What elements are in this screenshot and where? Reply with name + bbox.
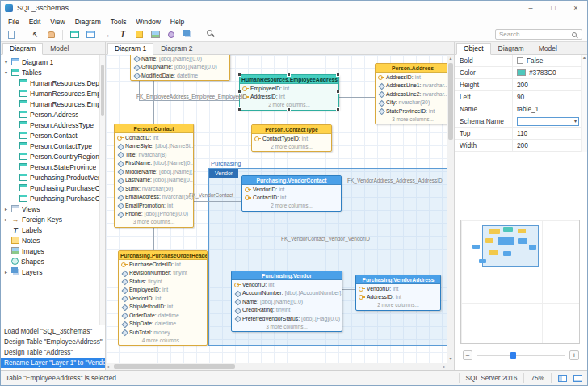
expander-icon[interactable]: ▸ bbox=[3, 206, 9, 212]
menu-file[interactable]: File bbox=[3, 17, 24, 27]
new-model-icon[interactable] bbox=[4, 28, 19, 40]
history-item[interactable]: Rename Layer "Layer 1" to "Vendor" bbox=[1, 358, 105, 368]
property-value[interactable]: table_1 bbox=[513, 103, 587, 115]
expander-icon[interactable]: ▾ bbox=[3, 69, 9, 75]
tree-item-person-stateprovince[interactable]: Person.StateProvince bbox=[1, 162, 105, 172]
tree-item-purchasing-purchaseor[interactable]: Purchasing.PurchaseOr... bbox=[1, 193, 105, 203]
entity-purchasing-purchaseorderheader[interactable]: Purchasing.PurchaseOrderHeaderPurchaseOr… bbox=[118, 250, 208, 346]
property-value[interactable]: 90 bbox=[513, 91, 587, 103]
property-value[interactable]: 200 bbox=[513, 79, 587, 90]
zoom-tool-icon[interactable] bbox=[204, 28, 218, 40]
tree-item-person-contact[interactable]: Person.Contact bbox=[1, 130, 105, 141]
zoom-level-label[interactable]: 75% bbox=[531, 374, 544, 382]
tab-diagram[interactable]: Diagram bbox=[491, 43, 531, 55]
vertical-scroll-thumb[interactable] bbox=[448, 63, 453, 140]
scroll-up-icon[interactable]: ▴ bbox=[447, 55, 454, 62]
fk-label[interactable]: FK_VendorContact_Vendor_VendorID bbox=[281, 236, 370, 241]
entity-purchasing-vendor[interactable]: Purchasing.VendorVendorID:intAccountNumb… bbox=[231, 271, 342, 332]
scroll-down-icon[interactable]: ▾ bbox=[447, 355, 454, 363]
tab-diagram-1[interactable]: Diagram 1 bbox=[107, 43, 153, 55]
horizontal-scroll-thumb[interactable] bbox=[114, 364, 235, 369]
tree-item-images[interactable]: Images bbox=[1, 245, 105, 256]
selection-handle[interactable] bbox=[287, 73, 291, 77]
tab-model[interactable]: Model bbox=[43, 43, 76, 55]
new-layer-icon[interactable] bbox=[180, 28, 195, 40]
tree-item-layers[interactable]: ▸Layers bbox=[1, 266, 105, 277]
tree-item-shapes[interactable]: Shapes bbox=[1, 256, 105, 266]
tab-object[interactable]: Object bbox=[456, 43, 491, 55]
vertical-scrollbar[interactable]: ▴ ▾ bbox=[447, 55, 454, 363]
tree-item-diagram-1[interactable]: ▾Diagram 1 bbox=[1, 57, 105, 67]
tree-item-purchasing-productven[interactable]: Purchasing.ProductVen... bbox=[1, 172, 105, 183]
horizontal-scrollbar[interactable]: ◂ ▸ bbox=[106, 363, 447, 370]
panel-left-toggle-icon[interactable] bbox=[558, 375, 567, 382]
zoom-slider[interactable] bbox=[477, 355, 565, 356]
tab-diagram-2[interactable]: Diagram 2 bbox=[153, 43, 200, 55]
tree-item-purchasing-purchaseor[interactable]: Purchasing.PurchaseOr... bbox=[1, 183, 105, 193]
tree-item-person-contacttype[interactable]: Person.ContactType bbox=[1, 141, 105, 151]
expander-icon[interactable]: ▸ bbox=[3, 216, 9, 222]
tree-item-notes[interactable]: Notes bbox=[1, 235, 105, 245]
fk-label[interactable]: FK_EmployeeAddress_Employee_EmployeeID bbox=[136, 94, 246, 99]
new-view-icon[interactable] bbox=[83, 28, 98, 40]
selection-handle[interactable] bbox=[237, 107, 242, 111]
properties-scrollbar[interactable]: ▲ bbox=[581, 55, 587, 152]
selection-handle[interactable] bbox=[287, 107, 291, 111]
entity-purchasing-vendoraddress[interactable]: Purchasing.VendorAddressVendorID:intAddr… bbox=[355, 275, 441, 311]
canvas[interactable]: PurchasingVendorName:[dbo].[Name](0,0)Gr… bbox=[106, 55, 447, 363]
close-button[interactable]: × bbox=[565, 1, 587, 15]
tree-item-views[interactable]: ▸Views bbox=[1, 203, 105, 214]
new-label-icon[interactable] bbox=[116, 28, 130, 40]
new-table-icon[interactable] bbox=[67, 28, 82, 40]
property-value[interactable]: False bbox=[513, 55, 587, 66]
entity-person-address[interactable]: Person.AddressAddressID:intAddressLine1:… bbox=[375, 63, 447, 124]
tree-item-humanresources-depar[interactable]: HumanResources.Depar... bbox=[1, 78, 105, 88]
tree-item-person-countryregion[interactable]: Person.CountryRegion bbox=[1, 151, 105, 162]
tree-item-person-address[interactable]: Person.Address bbox=[1, 109, 105, 120]
tree-scrollbar[interactable] bbox=[99, 55, 105, 325]
tab-model[interactable]: Model bbox=[531, 43, 565, 55]
entity-clipped-table[interactable]: Name:[dbo].[Name](0,0)GroupName:[dbo].[N… bbox=[130, 55, 230, 81]
menu-diagram[interactable]: Diagram bbox=[70, 17, 106, 27]
tree-scroll-thumb[interactable] bbox=[101, 65, 104, 116]
maximize-button[interactable]: □ bbox=[542, 1, 565, 15]
new-note-icon[interactable] bbox=[132, 28, 146, 40]
new-foreign-key-icon[interactable] bbox=[99, 28, 114, 40]
tree-item-labels[interactable]: Labels bbox=[1, 224, 105, 235]
tree-item-person-addresstype[interactable]: Person.AddressType bbox=[1, 120, 105, 130]
scroll-right-icon[interactable]: ▸ bbox=[443, 363, 446, 371]
minimap[interactable] bbox=[460, 220, 580, 344]
minimize-button[interactable]: – bbox=[519, 1, 542, 15]
selection-handle[interactable] bbox=[336, 73, 340, 77]
pointer-tool-icon[interactable] bbox=[27, 28, 42, 40]
history-item[interactable]: Load Model "SQL_3schemas" bbox=[1, 326, 105, 337]
entity-person-contacttype[interactable]: Person.ContactTypeContactTypeID:int2 mor… bbox=[251, 124, 332, 152]
tree-item-foreign-keys[interactable]: ▸Foreign Keys bbox=[1, 214, 105, 224]
menu-tools[interactable]: Tools bbox=[106, 17, 132, 27]
selection-handle[interactable] bbox=[336, 107, 340, 111]
expander-icon[interactable]: ▾ bbox=[3, 59, 9, 65]
tree-item-humanresources-emplo[interactable]: HumanResources.Emplo... bbox=[1, 88, 105, 99]
new-shape-icon[interactable] bbox=[164, 28, 178, 40]
expander-icon[interactable]: ▸ bbox=[3, 269, 9, 275]
menu-help[interactable]: Help bbox=[166, 17, 189, 27]
new-image-icon[interactable] bbox=[148, 28, 162, 40]
checkbox-unchecked[interactable] bbox=[517, 57, 523, 64]
zoom-in-button[interactable]: + bbox=[569, 350, 579, 360]
property-value[interactable]: ▾ bbox=[513, 115, 587, 127]
entity-humanresources-employeeaddress[interactable]: HumanResources.EmployeeAddressEmployeeID… bbox=[239, 74, 339, 111]
tab-diagram[interactable]: Diagram bbox=[2, 43, 43, 55]
color-swatch[interactable] bbox=[517, 69, 526, 76]
menu-edit[interactable]: Edit bbox=[24, 17, 46, 27]
history-item[interactable]: Design Table "Address" bbox=[1, 347, 105, 358]
entity-purchasing-vendorcontact[interactable]: Purchasing.VendorContactVendorID:intCont… bbox=[242, 175, 342, 212]
menu-view[interactable]: View bbox=[45, 17, 69, 27]
selection-handle[interactable] bbox=[237, 73, 242, 77]
scroll-left-icon[interactable]: ◂ bbox=[107, 363, 109, 371]
history-item[interactable]: Design Table "EmployeeAddress" bbox=[1, 337, 105, 347]
property-value[interactable]: 200 bbox=[513, 140, 587, 151]
hand-tool-icon[interactable] bbox=[44, 28, 58, 40]
panel-bottom-toggle-icon[interactable] bbox=[573, 375, 582, 382]
schema-name-dropdown[interactable]: ▾ bbox=[517, 117, 579, 126]
zoom-out-button[interactable]: − bbox=[463, 350, 472, 360]
